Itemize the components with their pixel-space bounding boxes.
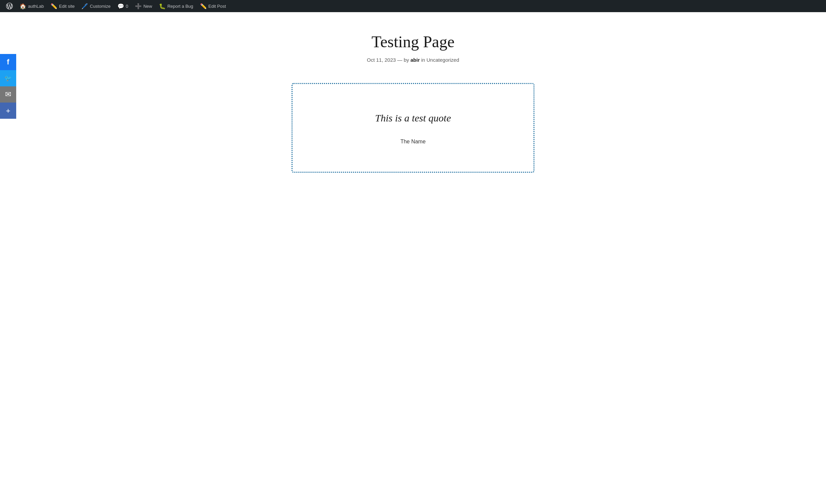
report-bug-button[interactable]: 🐛 Report a Bug: [156, 0, 197, 12]
quote-block: This is a test quote The Name: [292, 83, 534, 173]
edit-site-label: Edit site: [59, 4, 75, 9]
wordpress-logo-button[interactable]: [3, 0, 16, 12]
new-button[interactable]: ➕ New: [132, 0, 156, 12]
page-content: Testing Page Oct 11, 2023 — by abir in U…: [261, 32, 565, 173]
share-icon: +: [6, 106, 10, 115]
post-author-link[interactable]: abir: [410, 57, 420, 63]
comments-count: 0: [126, 4, 128, 9]
customize-label: Customize: [90, 4, 110, 9]
edit-site-button[interactable]: ✏️ Edit site: [47, 0, 78, 12]
page-title: Testing Page: [261, 32, 565, 51]
page-wrapper: Testing Page Oct 11, 2023 — by abir in U…: [0, 12, 826, 504]
comments-icon: 💬: [117, 3, 124, 9]
email-icon: ✉: [5, 90, 11, 99]
customize-button[interactable]: 🖊️ Customize: [78, 0, 114, 12]
post-date: Oct 11, 2023: [367, 57, 396, 63]
site-name-label: authLab: [28, 4, 44, 9]
facebook-icon: f: [7, 58, 9, 66]
report-bug-label: Report a Bug: [167, 4, 193, 9]
quote-cite: The Name: [401, 139, 426, 144]
customize-icon: 🖊️: [81, 3, 88, 9]
social-sidebar: f 🐦 ✉ +: [0, 54, 16, 119]
post-meta-in: in: [421, 57, 425, 63]
edit-post-button[interactable]: ✏️ Edit Post: [197, 0, 229, 12]
share-button[interactable]: +: [0, 103, 16, 119]
site-name-button[interactable]: 🏠 authLab: [16, 0, 47, 12]
twitter-button[interactable]: 🐦: [0, 70, 16, 86]
post-category-link[interactable]: Uncategorized: [426, 57, 459, 63]
post-meta-by: by: [404, 57, 409, 63]
edit-post-icon: ✏️: [200, 3, 207, 9]
new-icon: ➕: [135, 3, 142, 9]
bug-icon: 🐛: [159, 3, 166, 9]
twitter-icon: 🐦: [4, 75, 12, 82]
home-icon: 🏠: [20, 3, 26, 9]
edit-site-icon: ✏️: [51, 3, 57, 9]
email-button[interactable]: ✉: [0, 86, 16, 103]
facebook-button[interactable]: f: [0, 54, 16, 70]
post-meta-separator: —: [397, 57, 404, 63]
post-meta: Oct 11, 2023 — by abir in Uncategorized: [261, 57, 565, 63]
admin-bar: 🏠 authLab ✏️ Edit site 🖊️ Customize 💬 0 …: [0, 0, 826, 12]
comments-button[interactable]: 💬 0: [114, 0, 132, 12]
quote-text: This is a test quote: [313, 111, 513, 125]
new-label: New: [143, 4, 152, 9]
edit-post-label: Edit Post: [209, 4, 226, 9]
